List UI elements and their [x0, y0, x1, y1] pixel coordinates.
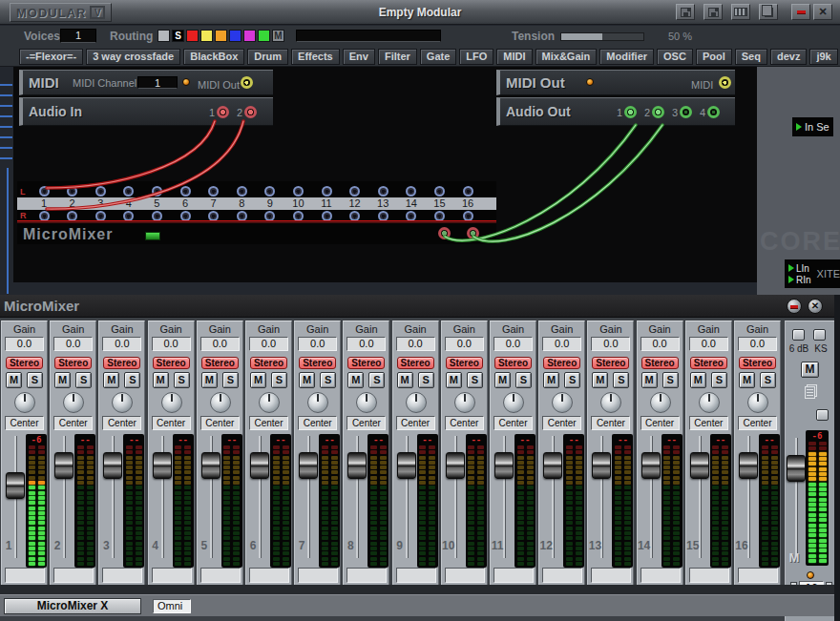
- pages-icon[interactable]: [805, 386, 815, 399]
- pan-value-field[interactable]: Center: [200, 416, 240, 430]
- stereo-mode-button[interactable]: Stereo: [446, 357, 483, 369]
- pan-value-field[interactable]: Center: [152, 416, 191, 430]
- channel-name-field[interactable]: [689, 568, 729, 583]
- tension-slider[interactable]: [560, 32, 644, 41]
- fader-handle[interactable]: [153, 452, 172, 479]
- pan-knob[interactable]: [14, 392, 35, 413]
- pan-knob[interactable]: [650, 392, 671, 413]
- module-category-button[interactable]: BlackBox: [183, 49, 244, 65]
- fader-handle[interactable]: [543, 452, 562, 479]
- gain-value-field[interactable]: 0.0: [591, 337, 630, 351]
- fader-handle[interactable]: [397, 452, 416, 479]
- pan-value-field[interactable]: Center: [689, 416, 728, 430]
- fader-handle[interactable]: [592, 452, 611, 479]
- mute-button[interactable]: M: [347, 372, 364, 388]
- voices-input[interactable]: 1: [60, 29, 96, 43]
- module-category-button[interactable]: Env: [343, 49, 375, 65]
- midi-mode-field[interactable]: Omni: [153, 599, 191, 613]
- pan-value-field[interactable]: Center: [249, 416, 288, 430]
- pan-knob[interactable]: [210, 392, 231, 413]
- mixer-channel-port[interactable]: [123, 186, 134, 197]
- audio-port[interactable]: [244, 106, 257, 118]
- xite-io-item[interactable]: LIn RIn XITE-: [785, 259, 840, 288]
- routing-swatch-green[interactable]: [258, 30, 270, 42]
- gain-value-field[interactable]: 0.0: [640, 337, 680, 351]
- mixer-channel-port[interactable]: [237, 186, 247, 197]
- routing-swatch-orange[interactable]: [215, 30, 227, 42]
- gain-value-field[interactable]: 0.0: [542, 337, 581, 351]
- module-category-button[interactable]: Gate: [420, 49, 456, 65]
- mute-button[interactable]: M: [543, 372, 559, 388]
- routing-swatch-mute[interactable]: M: [272, 30, 284, 42]
- fader-handle[interactable]: [201, 452, 220, 479]
- pan-value-field[interactable]: Center: [494, 416, 533, 430]
- solo-button[interactable]: S: [368, 372, 385, 388]
- mixer-close-button[interactable]: ✕: [808, 299, 823, 314]
- fader-handle[interactable]: [6, 472, 25, 499]
- module-category-button[interactable]: -=Flexor=-: [19, 49, 83, 65]
- pan-knob[interactable]: [63, 392, 84, 413]
- pan-value-field[interactable]: Center: [396, 416, 435, 430]
- module-category-button[interactable]: devz: [770, 49, 807, 65]
- gain-value-field[interactable]: 0.0: [445, 337, 484, 351]
- module-category-button[interactable]: OSC: [657, 49, 693, 65]
- channel-name-field[interactable]: [152, 568, 192, 583]
- gain-value-field[interactable]: 0.0: [200, 337, 240, 351]
- mixer-channel-port[interactable]: [293, 186, 304, 197]
- channel-name-field[interactable]: [200, 568, 241, 583]
- fader-handle[interactable]: [494, 452, 514, 479]
- fader-handle[interactable]: [299, 452, 318, 479]
- routing-swatch-plain[interactable]: [158, 30, 170, 42]
- stereo-mode-button[interactable]: Stereo: [250, 357, 287, 369]
- gain-value-field[interactable]: 0.0: [346, 337, 386, 351]
- solo-button[interactable]: S: [711, 372, 727, 388]
- stereo-mode-button[interactable]: Stereo: [494, 357, 532, 369]
- routing-display[interactable]: [296, 30, 441, 42]
- routing-swatch-red[interactable]: [186, 30, 199, 42]
- mute-button[interactable]: M: [446, 372, 462, 388]
- master-fader-handle[interactable]: [787, 455, 806, 482]
- module-category-button[interactable]: Effects: [291, 49, 340, 65]
- module-category-button[interactable]: MIDI: [496, 49, 532, 65]
- pan-knob[interactable]: [112, 392, 133, 413]
- channel-name-field[interactable]: [494, 568, 534, 583]
- gain-value-field[interactable]: 0.0: [738, 337, 777, 351]
- audio-port[interactable]: [707, 106, 720, 118]
- fader-handle[interactable]: [347, 452, 367, 479]
- mixer-channel-port[interactable]: [378, 186, 388, 197]
- audio-port[interactable]: [624, 106, 637, 118]
- midi-out-port[interactable]: [241, 76, 253, 89]
- solo-button[interactable]: S: [564, 372, 580, 388]
- save-as-button[interactable]: [704, 4, 723, 20]
- channel-name-field[interactable]: [542, 568, 582, 583]
- solo-button[interactable]: S: [27, 372, 43, 388]
- channel-name-field[interactable]: [102, 568, 142, 583]
- solo-button[interactable]: S: [75, 372, 92, 388]
- stereo-mode-button[interactable]: Stereo: [299, 357, 336, 369]
- fader-handle[interactable]: [739, 452, 758, 479]
- fader-handle[interactable]: [103, 452, 122, 479]
- mixer-channel-port[interactable]: [264, 186, 275, 197]
- pan-knob[interactable]: [454, 392, 475, 413]
- channel-name-field[interactable]: [298, 568, 338, 583]
- midi-channel-input[interactable]: 1: [137, 76, 178, 89]
- pages-button[interactable]: [759, 4, 778, 20]
- mixer-minimize-button[interactable]: [787, 299, 802, 314]
- pan-knob[interactable]: [259, 392, 280, 413]
- solo-button[interactable]: S: [271, 372, 287, 388]
- channel-name-field[interactable]: [346, 568, 387, 583]
- gain-value-field[interactable]: 0.0: [298, 337, 337, 351]
- solo-button[interactable]: S: [515, 372, 532, 388]
- mixer-channel-port[interactable]: [434, 186, 445, 197]
- mute-button[interactable]: M: [54, 372, 71, 388]
- channel-name-field[interactable]: [591, 568, 631, 583]
- stereo-mode-button[interactable]: Stereo: [543, 357, 580, 369]
- fader-handle[interactable]: [641, 452, 661, 479]
- gain-value-field[interactable]: 0.0: [53, 337, 93, 351]
- gain-value-field[interactable]: 0.0: [249, 337, 288, 351]
- audio-port[interactable]: [652, 106, 664, 118]
- stereo-mode-button[interactable]: Stereo: [103, 357, 140, 369]
- pan-knob[interactable]: [552, 392, 573, 413]
- midi-out-module[interactable]: MIDI Out MIDI: [496, 70, 735, 95]
- stereo-mode-button[interactable]: Stereo: [6, 357, 43, 369]
